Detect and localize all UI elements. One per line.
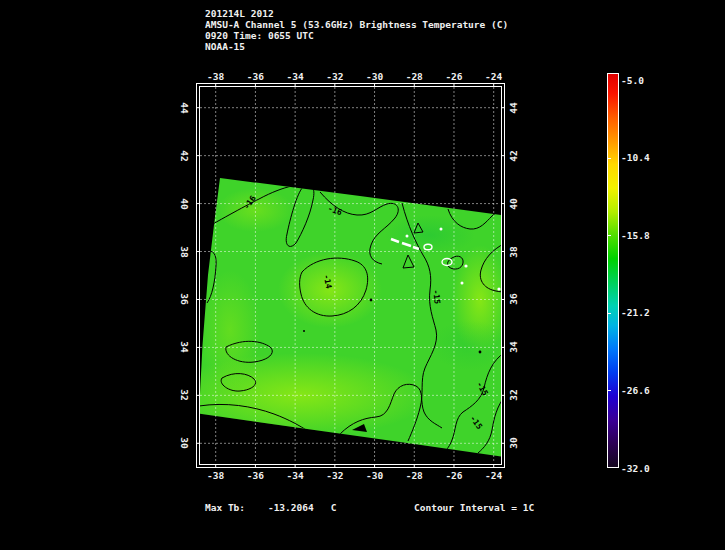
lon-tick-label-top: -28 [406,72,423,82]
lat-tick-label-left: 42 [179,150,189,161]
colorbar-label: -10.4 [621,152,650,163]
colorbar-gradient [607,73,619,468]
lon-tick-label-top: -24 [485,72,502,82]
colorbar-label: -15.8 [621,230,650,241]
contour-interval-annotation: Contour Interval = 1C [414,502,534,513]
lat-tick-label-left: 34 [179,342,189,353]
lon-tick-label-top: -26 [445,72,462,82]
lat-tick-label-left: 44 [179,102,189,113]
lon-tick-label-top: -32 [326,72,343,82]
lat-tick-label-left: 40 [179,198,189,209]
lon-tick-label-top: -30 [366,72,383,82]
lat-tick-label-right: 44 [509,102,519,113]
lon-tick-label-bottom: -32 [326,471,343,481]
colorbar-tick-mark [608,158,611,159]
lat-tick-label-left: 38 [179,246,189,257]
max-tb-annotation: Max Tb: -13.2064 C [205,502,337,513]
lon-tick-label-top: -38 [207,72,224,82]
lat-tick-label-right: 36 [509,294,519,305]
colorbar-tick-mark [608,390,611,391]
colorbar-label: -21.2 [621,307,650,318]
colorbar-label: -26.6 [621,385,650,396]
colorbar-tick-mark [608,235,611,236]
lon-tick-label-bottom: -24 [485,471,502,481]
colorbar-tick-mark [608,313,611,314]
lon-tick-label-bottom: -26 [445,471,462,481]
lat-tick-label-right: 32 [509,390,519,401]
lon-tick-label-bottom: -30 [366,471,383,481]
lat-tick-label-left: 32 [179,390,189,401]
lat-tick-label-left: 36 [179,294,189,305]
lon-tick-label-top: -34 [287,72,304,82]
lat-tick-label-right: 34 [509,342,519,353]
lat-tick-label-left: 30 [179,438,189,449]
lat-tick-label-right: 38 [509,246,519,257]
screen: { "header": { "lines": [ "201214L 2012",… [0,0,725,550]
lat-tick-label-right: 40 [509,198,519,209]
lon-tick-label-bottom: -34 [287,471,304,481]
lat-tick-label-right: 30 [509,438,519,449]
colorbar-label: -32.0 [621,463,650,474]
lon-tick-label-bottom: -38 [207,471,224,481]
lon-tick-label-bottom: -36 [247,471,264,481]
colorbar-label: -5.0 [621,75,644,86]
lat-tick-label-right: 42 [509,150,519,161]
contour-value-label: -15 [431,289,441,304]
lon-tick-label-top: -36 [247,72,264,82]
lon-tick-label-bottom: -28 [406,471,423,481]
